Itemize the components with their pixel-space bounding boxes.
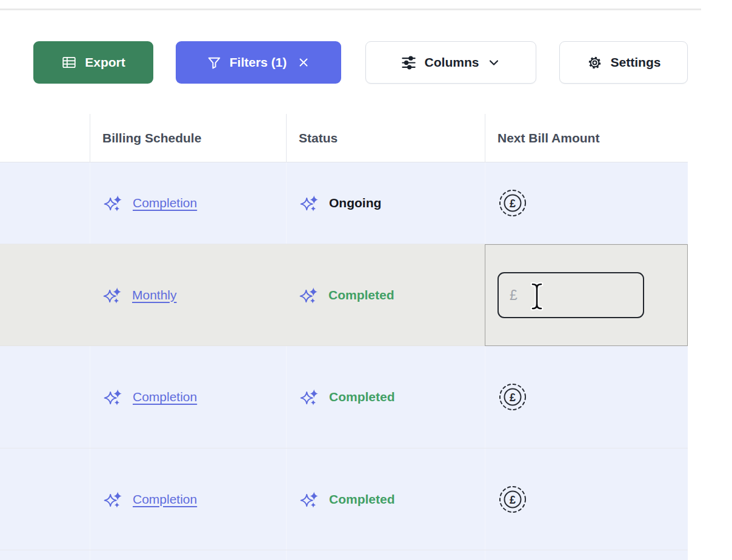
status-value: Completed <box>329 492 395 507</box>
next-bill-amount-cell[interactable] <box>485 162 688 244</box>
export-button-label: Export <box>85 55 125 70</box>
sparkles-icon <box>104 387 123 407</box>
billing-table: Billing Schedule Status Next Bill Amount… <box>0 114 688 560</box>
status-cell[interactable]: Completed <box>286 448 485 550</box>
status-value: Completed <box>329 390 395 404</box>
row-head-cell <box>0 448 90 550</box>
table-row-partial <box>0 550 688 560</box>
sparkles-icon <box>300 193 319 213</box>
next-bill-amount-cell[interactable] <box>485 346 688 448</box>
pound-circle-dashed-icon[interactable] <box>499 485 527 513</box>
table-icon <box>61 55 77 70</box>
columns-button[interactable]: Columns <box>365 41 536 84</box>
sparkles-icon <box>104 490 123 509</box>
billing-schedule-link[interactable]: Completion <box>133 492 197 507</box>
row-head-cell <box>0 346 90 448</box>
billing-table-page: Export Filters (1) Columns <box>0 0 732 560</box>
status-value: Ongoing <box>329 196 381 210</box>
sparkles-icon <box>300 490 319 509</box>
status-cell[interactable]: Completed <box>286 346 485 448</box>
close-icon[interactable] <box>297 56 310 69</box>
billing-schedule-link[interactable]: Completion <box>133 196 197 210</box>
pound-circle-dashed-icon[interactable] <box>499 383 527 411</box>
row-head-cell <box>0 162 90 244</box>
gear-icon <box>587 55 603 71</box>
settings-button-label: Settings <box>611 55 661 70</box>
sparkles-icon <box>300 387 319 407</box>
status-cell[interactable]: Completed <box>286 244 485 345</box>
billing-schedule-cell[interactable]: Monthly <box>90 244 286 345</box>
billing-schedule-link[interactable]: Monthly <box>132 288 177 302</box>
settings-button[interactable]: Settings <box>559 41 688 84</box>
header-cell-empty <box>0 114 90 162</box>
export-button[interactable]: Export <box>33 41 153 84</box>
funnel-icon <box>207 55 222 70</box>
table-row: Completion Ongoing <box>0 162 688 244</box>
filters-button-label: Filters (1) <box>230 55 287 70</box>
header-cell-billing-schedule[interactable]: Billing Schedule <box>90 114 286 162</box>
next-bill-amount-cell[interactable] <box>485 448 688 550</box>
billing-schedule-cell[interactable]: Completion <box>90 346 286 448</box>
row-head-cell <box>0 244 90 345</box>
table-row: Completion Completed <box>0 346 688 448</box>
filters-button[interactable]: Filters (1) <box>176 41 341 84</box>
pound-circle-dashed-icon[interactable] <box>499 189 527 217</box>
sliders-icon <box>401 55 417 71</box>
table-row-selected: Monthly Completed <box>0 244 688 346</box>
sparkles-icon <box>103 285 122 305</box>
next-bill-amount-input[interactable] <box>497 272 644 318</box>
billing-schedule-cell[interactable]: Completion <box>90 162 286 244</box>
table-row: Completion Completed <box>0 448 688 550</box>
chevron-down-icon <box>487 55 501 70</box>
next-bill-amount-edit-cell[interactable] <box>485 244 688 346</box>
billing-schedule-cell[interactable]: Completion <box>90 448 286 550</box>
sparkles-icon <box>104 193 123 213</box>
status-cell[interactable]: Ongoing <box>286 162 485 244</box>
header-cell-next-bill-amount[interactable]: Next Bill Amount <box>485 114 688 162</box>
billing-schedule-link[interactable]: Completion <box>133 390 197 404</box>
status-value: Completed <box>328 288 394 302</box>
columns-button-label: Columns <box>425 55 479 70</box>
table-header-row: Billing Schedule Status Next Bill Amount <box>0 114 688 162</box>
header-cell-status[interactable]: Status <box>286 114 485 162</box>
top-divider <box>0 8 701 10</box>
sparkles-icon <box>299 285 319 305</box>
